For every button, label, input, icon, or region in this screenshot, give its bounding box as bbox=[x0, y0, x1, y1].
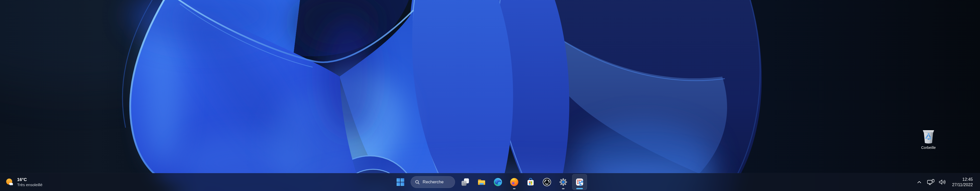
snipping-tool-button[interactable] bbox=[572, 174, 587, 190]
weather-widget[interactable]: 16°C Très ensoleillé bbox=[0, 173, 48, 191]
tray-network-volume[interactable] bbox=[927, 179, 946, 185]
wallpaper-bloom bbox=[0, 0, 980, 191]
task-view-button[interactable] bbox=[458, 174, 473, 190]
microsoft-store-button[interactable] bbox=[523, 174, 538, 190]
store-icon bbox=[526, 178, 535, 186]
taskbar-center: Recherche bbox=[393, 173, 587, 191]
obs-icon bbox=[542, 178, 551, 186]
settings-button[interactable] bbox=[556, 174, 571, 190]
search-placeholder: Recherche bbox=[423, 180, 444, 185]
volume-icon bbox=[939, 179, 946, 185]
tray-chevron-button[interactable] bbox=[916, 177, 923, 187]
edge-icon bbox=[493, 178, 502, 186]
gear-icon bbox=[559, 178, 568, 186]
running-indicator bbox=[513, 188, 515, 189]
search-icon bbox=[415, 180, 420, 185]
taskbar-search[interactable]: Recherche bbox=[410, 176, 455, 188]
active-indicator bbox=[576, 188, 583, 189]
chevron-up-icon bbox=[917, 181, 921, 183]
folder-icon bbox=[477, 178, 486, 186]
edge-button[interactable] bbox=[490, 174, 505, 190]
firefox-button[interactable] bbox=[507, 174, 522, 190]
sun-cloud-icon bbox=[5, 178, 14, 186]
recycle-bin-icon bbox=[921, 129, 935, 145]
tray-date: 27/11/2022 bbox=[952, 182, 973, 188]
desktop: Corbeille 16°C Très ens bbox=[0, 0, 980, 191]
taskbar: 16°C Très ensoleillé bbox=[0, 173, 980, 191]
system-tray: 12:45 27/11/2022 bbox=[916, 173, 980, 191]
weather-temperature: 16°C bbox=[17, 177, 42, 182]
tray-time: 12:45 bbox=[952, 177, 973, 182]
task-view-icon bbox=[461, 178, 469, 186]
file-explorer-button[interactable] bbox=[474, 174, 489, 190]
windows-logo-icon bbox=[396, 178, 404, 186]
network-icon bbox=[927, 179, 935, 185]
obs-studio-button[interactable] bbox=[539, 174, 554, 190]
recycle-bin-label: Corbeille bbox=[921, 146, 935, 150]
running-indicator bbox=[562, 188, 565, 189]
tray-clock[interactable]: 12:45 27/11/2022 bbox=[952, 177, 973, 188]
recycle-bin[interactable]: Corbeille bbox=[919, 129, 938, 150]
start-button[interactable] bbox=[393, 174, 408, 190]
weather-condition: Très ensoleillé bbox=[17, 183, 42, 187]
firefox-icon bbox=[510, 178, 519, 186]
snipping-tool-icon bbox=[575, 178, 584, 186]
